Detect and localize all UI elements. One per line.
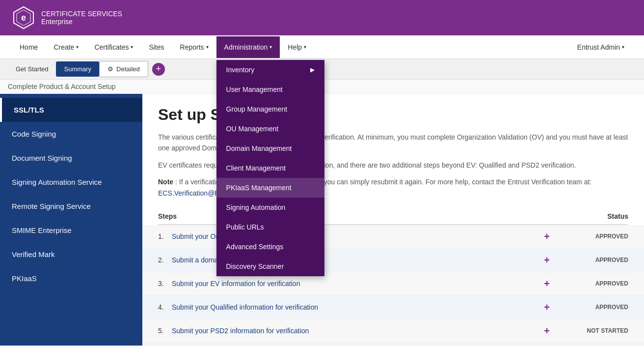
nav-entrust-admin[interactable]: Entrust Admin ▾ <box>569 36 632 58</box>
dropdown-signing-automation[interactable]: Signing Automation <box>216 198 324 217</box>
sidebar-item-signing-automation[interactable]: Signing Automation Service <box>0 170 142 194</box>
inventory-arrow: ▶ <box>310 66 315 73</box>
step-row-6: 6. Create your Certificate + <box>142 343 644 346</box>
dropdown-group-management[interactable]: Group Management <box>216 99 324 119</box>
step-expand-3[interactable]: + <box>544 278 550 289</box>
step-status-1: APPROVED <box>569 233 628 240</box>
step-num-2: 2. <box>158 256 168 264</box>
entrust-admin-arrow: ▾ <box>622 44 624 50</box>
status-column-header: Status <box>607 212 628 220</box>
step-expand-1[interactable]: + <box>544 231 550 242</box>
brand-info: CERTIFICATE SERVICES Enterprise <box>41 10 122 26</box>
dropdown-advanced-settings[interactable]: Advanced Settings <box>216 237 324 257</box>
step-left-3: 3. Submit your EV information for verifi… <box>158 280 524 288</box>
step-status-4: APPROVED <box>569 304 628 311</box>
nav-sites[interactable]: Sites <box>141 35 172 58</box>
step-num-5: 5. <box>158 327 168 335</box>
dropdown-pkiaas-management[interactable]: PKIaaS Management <box>216 178 324 198</box>
product-name: Enterprise <box>41 18 122 26</box>
nav-certificates[interactable]: Certificates ▾ <box>86 35 141 58</box>
tab-detailed[interactable]: ⚙ Detailed <box>99 61 148 77</box>
logo-area: e CERTIFICATE SERVICES Enterprise <box>12 6 122 29</box>
step-link-3[interactable]: Submit your EV information for verificat… <box>172 280 300 288</box>
admin-dropdown: Inventory ▶ User Management Group Manage… <box>216 60 324 276</box>
step-num-1: 1. <box>158 232 168 240</box>
dropdown-public-urls[interactable]: Public URLs <box>216 217 324 237</box>
step-left-4: 4. Submit your Qualified information for… <box>158 303 524 311</box>
step-expand-5[interactable]: + <box>544 325 550 337</box>
sidebar-item-pkiaas[interactable]: PKIaaS <box>0 266 142 290</box>
certs-arrow: ▾ <box>131 44 133 50</box>
dropdown-client-management[interactable]: Client Management <box>216 158 324 178</box>
step-left-2: 2. Submit a domain for verification <box>158 256 524 264</box>
entrust-logo: e <box>12 6 35 29</box>
step-left-1: 1. Submit your Organization for verifica… <box>158 232 524 240</box>
nav-home[interactable]: Home <box>12 35 46 58</box>
sidebar-item-ssl-tls[interactable]: SSL/TLS <box>0 98 142 122</box>
sidebar: SSL/TLS Code Signing Document Signing Si… <box>0 94 142 346</box>
cert-services-label: CERTIFICATE SERVICES <box>41 10 122 18</box>
sidebar-item-code-signing[interactable]: Code Signing <box>0 122 142 146</box>
tab-summary[interactable]: Summary <box>56 61 99 77</box>
nav-bar: Home Create ▾ Certificates ▾ Sites Repor… <box>0 35 644 59</box>
dropdown-user-management[interactable]: User Management <box>216 80 324 99</box>
step-num-3: 3. <box>158 280 168 288</box>
header: e CERTIFICATE SERVICES Enterprise <box>0 0 644 35</box>
step-num-4: 4. <box>158 303 168 311</box>
nav-right: Entrust Admin ▾ <box>569 36 632 58</box>
tab-add-button[interactable]: + <box>152 63 165 76</box>
sidebar-item-remote-signing[interactable]: Remote Signing Service <box>0 194 142 218</box>
dropdown-discovery-scanner[interactable]: Discovery Scanner <box>216 257 324 276</box>
step-row-5: 5. Submit your PSD2 information for veri… <box>142 319 644 343</box>
svg-text:e: e <box>21 13 26 23</box>
step-status-5: NOT STARTED <box>569 327 628 334</box>
step-link-4[interactable]: Submit your Qualified information for ve… <box>172 303 318 311</box>
nav-administration[interactable]: Administration ▾ <box>216 36 280 58</box>
tab-get-started[interactable]: Get Started <box>8 61 56 77</box>
nav-reports[interactable]: Reports ▾ <box>172 35 216 58</box>
step-expand-2[interactable]: + <box>544 255 550 266</box>
reports-arrow: ▾ <box>206 44 209 50</box>
dropdown-ou-management[interactable]: OU Management <box>216 119 324 139</box>
step-status-3: APPROVED <box>569 280 628 287</box>
step-expand-4[interactable]: + <box>544 302 550 313</box>
steps-column-header: Steps <box>158 212 177 220</box>
dropdown-inventory[interactable]: Inventory ▶ <box>216 60 324 80</box>
step-row-4: 4. Submit your Qualified information for… <box>142 296 644 319</box>
sidebar-item-document-signing[interactable]: Document Signing <box>0 146 142 170</box>
create-arrow: ▾ <box>76 44 79 50</box>
dropdown-domain-management[interactable]: Domain Management <box>216 139 324 158</box>
sidebar-item-smime[interactable]: SMIME Enterprise <box>0 218 142 242</box>
step-status-2: APPROVED <box>569 257 628 263</box>
gear-icon: ⚙ <box>107 65 113 73</box>
nav-help[interactable]: Help ▾ <box>280 35 314 58</box>
admin-nav-wrapper: Administration ▾ Inventory ▶ User Manage… <box>216 36 280 58</box>
nav-create[interactable]: Create ▾ <box>46 35 86 58</box>
step-link-5[interactable]: Submit your PSD2 information for verific… <box>172 327 309 335</box>
help-arrow: ▾ <box>304 44 306 50</box>
admin-arrow: ▾ <box>269 44 272 50</box>
step-left-5: 5. Submit your PSD2 information for veri… <box>158 327 524 335</box>
sidebar-item-verified-mark[interactable]: Verified Mark <box>0 242 142 266</box>
